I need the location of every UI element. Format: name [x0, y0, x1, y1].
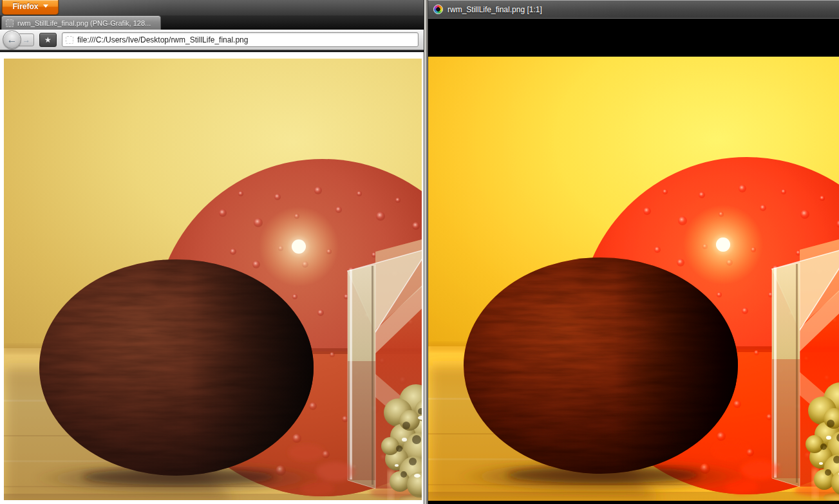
missing-favicon-icon [6, 19, 14, 27]
firefox-titlebar[interactable]: Firefox rwm_StillLife_final.png (PNG-Gra… [0, 0, 424, 30]
dropdown-caret-icon [43, 5, 48, 8]
image-viewer-window: rwm_StillLife_final.png [1:1] [424, 0, 839, 504]
rendered-image-right[interactable] [428, 57, 839, 504]
rendered-image-left[interactable] [4, 59, 422, 500]
firefox-window: Firefox rwm_StillLife_final.png (PNG-Gra… [0, 0, 424, 504]
firefox-app-menu-button[interactable]: Firefox [2, 0, 59, 15]
still-life-scene [4, 59, 422, 500]
viewer-title: rwm_StillLife_final.png [1:1] [448, 5, 542, 14]
bookmark-button[interactable]: ★ [39, 33, 57, 47]
viewer-app-icon [433, 5, 443, 14]
star-icon: ★ [44, 35, 52, 44]
site-identity-placeholder-icon [66, 36, 73, 44]
window-border [424, 0, 428, 504]
forward-arrow-icon: → [23, 35, 30, 44]
back-arrow-icon: ← [7, 34, 17, 45]
browser-content-area [0, 52, 424, 504]
navigation-toolbar: ← → ★ file:///C:/Users/Ive/Desktop/rwm_S… [0, 30, 424, 50]
viewer-inner: rwm_StillLife_final.png [1:1] [428, 0, 839, 504]
tab-stilllife-image[interactable]: rwm_StillLife_final.png (PNG-Grafik, 128… [1, 15, 161, 30]
desktop: Firefox rwm_StillLife_final.png (PNG-Gra… [0, 0, 839, 504]
tab-title: rwm_StillLife_final.png (PNG-Grafik, 128… [17, 19, 151, 27]
address-bar[interactable]: file:///C:/Users/Ive/Desktop/rwm_StillLi… [62, 32, 419, 47]
tab-strip: rwm_StillLife_final.png (PNG-Grafik, 128… [0, 15, 424, 30]
url-text: file:///C:/Users/Ive/Desktop/rwm_StillLi… [77, 35, 248, 44]
viewer-titlebar[interactable]: rwm_StillLife_final.png [1:1] [428, 0, 839, 19]
back-button[interactable]: ← [3, 30, 21, 49]
still-life-scene-copy [428, 57, 839, 501]
viewer-letterbox [428, 19, 839, 57]
firefox-app-menu-label: Firefox [12, 2, 38, 11]
